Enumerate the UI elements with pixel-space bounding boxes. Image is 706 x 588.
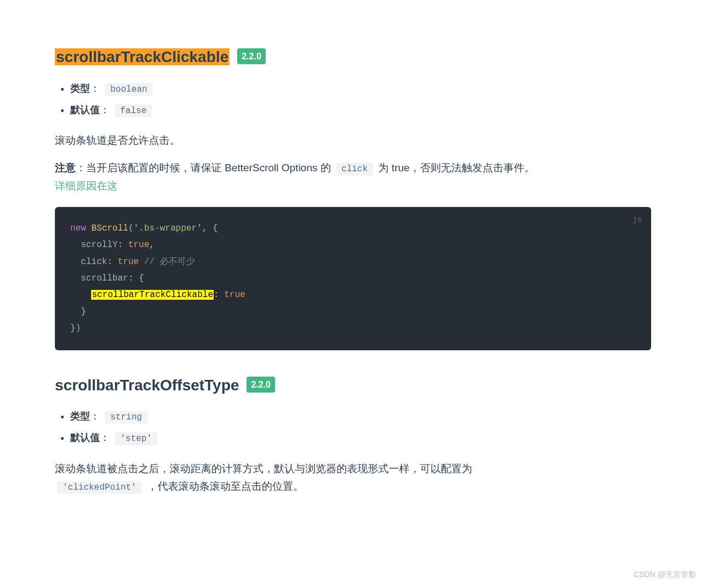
section-title-scrollbartrackoffsettype: scrollbarTrackOffsetType 2.2.0 xyxy=(55,372,651,399)
type-value: string xyxy=(105,411,148,424)
code-block: js new BScroll('.bs-wrapper', { scrollY:… xyxy=(55,207,651,350)
description: 滚动条轨道被点击之后，滚动距离的计算方式，默认与浏览器的表现形式一样，可以配置为… xyxy=(55,460,651,496)
note-after: 为 true，否则无法触发点击事件。 xyxy=(376,162,535,173)
note-paragraph: 注意：当开启该配置的时候，请保证 BetterScroll Options 的 … xyxy=(55,159,651,195)
description: 滚动条轨道是否允许点击。 xyxy=(55,132,651,149)
desc-after: ，代表滚动条滚动至点击的位置。 xyxy=(144,480,303,492)
title-text-highlight: scrollbarTrackClickable xyxy=(55,48,229,65)
type-item: 类型： boolean xyxy=(70,80,651,97)
version-badge: 2.2.0 xyxy=(237,48,266,64)
default-item: 默认值： 'step' xyxy=(70,429,651,446)
type-label: 类型 xyxy=(70,83,90,94)
type-label: 类型 xyxy=(70,411,90,422)
code-language-badge: js xyxy=(632,212,642,228)
highlighted-code-key: scrollbarTrackClickable xyxy=(91,290,214,300)
default-item: 默认值： false xyxy=(70,102,651,119)
desc-inline-code: 'clickedPoint' xyxy=(57,481,142,494)
default-label: 默认值 xyxy=(70,432,100,443)
section-title-scrollbartrackclickable: scrollbarTrackClickable 2.2.0 xyxy=(55,44,651,70)
title-text: scrollbarTrackOffsetType xyxy=(55,377,239,394)
type-item: 类型： string xyxy=(70,408,651,425)
version-badge: 2.2.0 xyxy=(246,377,275,393)
type-value: boolean xyxy=(105,83,153,96)
property-list: 类型： string 默认值： 'step' xyxy=(55,408,651,446)
default-value: false xyxy=(115,104,152,117)
detail-link[interactable]: 详细原因在这 xyxy=(55,180,117,192)
default-value: 'step' xyxy=(115,432,158,445)
note-inline-code: click xyxy=(336,163,373,176)
property-list: 类型： boolean 默认值： false xyxy=(55,80,651,119)
desc-before: 滚动条轨道被点击之后，滚动距离的计算方式，默认与浏览器的表现形式一样，可以配置为 xyxy=(55,463,472,474)
note-label: 注意 xyxy=(55,162,76,173)
note-before: ：当开启该配置的时候，请保证 BetterScroll Options 的 xyxy=(76,162,334,173)
default-label: 默认值 xyxy=(70,104,100,115)
